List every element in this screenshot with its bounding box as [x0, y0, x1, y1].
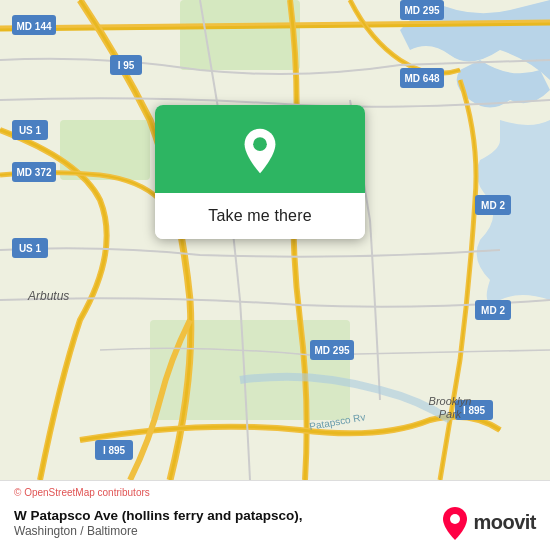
moovit-text: moovit — [473, 511, 536, 534]
popup-green-area — [155, 105, 365, 193]
map-container: MD 144 US 1 US 1 MD 372 I 95 MD 295 MD 2… — [0, 0, 550, 480]
moovit-logo: moovit — [441, 506, 536, 540]
osm-link[interactable]: OpenStreetMap contributors — [24, 487, 150, 498]
svg-text:MD 144: MD 144 — [16, 21, 51, 32]
svg-text:MD 295: MD 295 — [404, 5, 439, 16]
svg-text:US 1: US 1 — [19, 243, 42, 254]
svg-text:I 95: I 95 — [118, 60, 135, 71]
svg-text:MD 372: MD 372 — [16, 167, 51, 178]
svg-text:Brooklyn: Brooklyn — [429, 395, 472, 407]
svg-text:MD 295: MD 295 — [314, 345, 349, 356]
location-pin-icon — [236, 127, 284, 175]
svg-text:US 1: US 1 — [19, 125, 42, 136]
osm-credit-prefix: © — [14, 487, 24, 498]
svg-text:Park: Park — [439, 408, 462, 420]
svg-text:MD 648: MD 648 — [404, 73, 439, 84]
svg-text:Arbutus: Arbutus — [27, 289, 69, 303]
location-subtitle: Washington / Baltimore — [14, 524, 429, 538]
svg-point-35 — [450, 514, 460, 524]
popup-card: Take me there — [155, 105, 365, 239]
location-title: W Patapsco Ave (hollins ferry and pataps… — [14, 507, 429, 525]
moovit-pin-icon — [441, 506, 469, 540]
bottom-info: W Patapsco Ave (hollins ferry and pataps… — [14, 507, 429, 539]
svg-text:MD 2: MD 2 — [481, 305, 505, 316]
bottom-bar: © OpenStreetMap contributors W Patapsco … — [0, 480, 550, 550]
svg-point-34 — [253, 137, 267, 151]
svg-rect-1 — [180, 0, 300, 70]
map-svg: MD 144 US 1 US 1 MD 372 I 95 MD 295 MD 2… — [0, 0, 550, 480]
svg-text:MD 2: MD 2 — [481, 200, 505, 211]
svg-text:I 895: I 895 — [103, 445, 126, 456]
osm-credit: © OpenStreetMap contributors — [14, 487, 150, 498]
take-me-there-button[interactable]: Take me there — [155, 193, 365, 239]
